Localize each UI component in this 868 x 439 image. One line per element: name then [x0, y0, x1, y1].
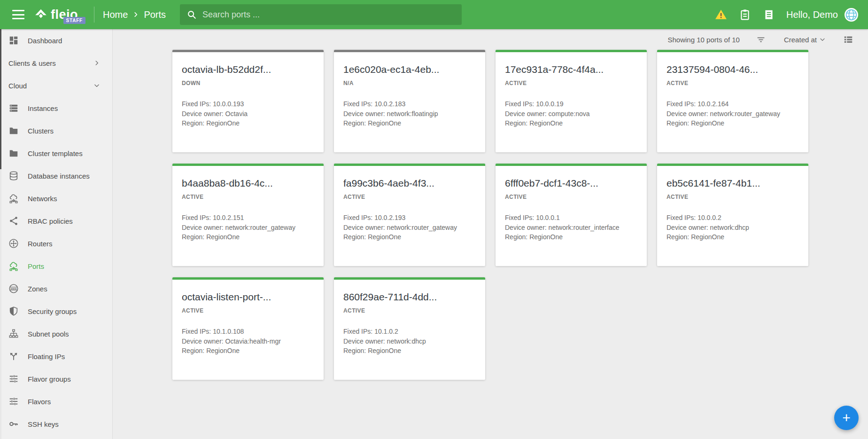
port-card[interactable]: 23137594-0804-46... ACTIVE Fixed IPs: 10…	[657, 50, 808, 152]
card-status-accent	[172, 164, 324, 166]
sidebar-item-label: Zones	[28, 285, 47, 293]
sidebar-item-rbac-policies[interactable]: RBAC policies	[0, 210, 112, 232]
tune-icon	[8, 396, 19, 407]
port-status: ACTIVE	[182, 194, 314, 200]
menu-icon[interactable]	[12, 10, 24, 19]
port-name: b4aa8ba8-db16-4c...	[182, 178, 314, 189]
sidebar-item-label: Clients & users	[8, 59, 56, 67]
port-fixed-ips: Fixed IPs: 10.0.0.193	[182, 99, 314, 109]
sidebar-item-label: Cloud	[8, 82, 27, 90]
port-card[interactable]: 6fff0eb7-dcf1-43c8-... ACTIVE Fixed IPs:…	[496, 164, 647, 266]
search-input[interactable]	[202, 10, 455, 20]
sidebar-item-flavors[interactable]: Flavors	[0, 390, 112, 413]
sidebar-item-label: Routers	[28, 240, 53, 248]
port-status: N/A	[343, 80, 476, 86]
port-status: ACTIVE	[666, 194, 799, 200]
cloud-network-icon	[8, 193, 19, 204]
user-greeting[interactable]: Hello, Demo	[786, 9, 838, 20]
sidebar-item-instances[interactable]: Instances	[0, 97, 112, 119]
sidebar-item-dashboard[interactable]: Dashboard	[0, 29, 112, 52]
port-region: Region: RegionOne	[505, 118, 637, 128]
port-fixed-ips: Fixed IPs: 10.1.0.2	[343, 327, 476, 337]
staff-badge: STAFF	[63, 17, 85, 24]
port-fixed-ips: Fixed IPs: 10.0.2.164	[666, 99, 799, 109]
port-device-owner: Device owner: network:router_gateway	[666, 109, 799, 119]
port-fixed-ips: Fixed IPs: 10.1.0.108	[182, 327, 314, 337]
key-icon	[8, 419, 19, 429]
port-name: 23137594-0804-46...	[666, 64, 799, 75]
port-fixed-ips: Fixed IPs: 10.0.0.1	[505, 213, 637, 223]
sidebar-group-clients-users[interactable]: Clients & users	[0, 52, 112, 74]
sidebar-item-label: Dashboard	[28, 37, 62, 45]
port-card[interactable]: 860f29ae-711d-4dd... ACTIVE Fixed IPs: 1…	[334, 277, 485, 380]
port-name: 860f29ae-711d-4dd...	[343, 291, 476, 303]
sidebar-group-cloud[interactable]: Cloud	[0, 74, 112, 97]
port-details: Fixed IPs: 10.0.2.151 Device owner: netw…	[182, 213, 314, 242]
port-name: 17ec931a-778c-4f4a...	[505, 64, 637, 75]
clipboard-icon[interactable]	[739, 8, 751, 21]
sidebar-item-flavor-groups[interactable]: Flavor groups	[0, 368, 112, 390]
port-status: ACTIVE	[505, 80, 637, 86]
fleio-logo[interactable]: fleio STAFF	[34, 8, 78, 22]
sidebar-scrollbar-thumb[interactable]	[0, 29, 1, 169]
breadcrumb-home[interactable]: Home	[103, 9, 128, 20]
sidebar-item-networks[interactable]: Networks	[0, 187, 112, 210]
sidebar-item-ports[interactable]: Ports	[0, 255, 112, 277]
database-icon	[8, 171, 19, 181]
port-status: ACTIVE	[182, 307, 314, 314]
sidebar-item-label: Ports	[28, 262, 44, 270]
port-details: Fixed IPs: 10.0.0.2 Device owner: networ…	[666, 213, 799, 242]
sidebar-item-ssh-keys[interactable]: SSH keys	[0, 413, 112, 435]
port-fixed-ips: Fixed IPs: 10.0.0.19	[505, 99, 637, 109]
sidebar-item-label: Cluster templates	[28, 149, 83, 157]
filter-icon[interactable]	[756, 34, 766, 45]
branch-arrows-icon	[8, 351, 19, 361]
user-avatar[interactable]	[845, 8, 858, 22]
port-region: Region: RegionOne	[343, 232, 476, 242]
card-status-accent	[172, 50, 324, 52]
port-device-owner: Device owner: Octavia	[182, 109, 314, 119]
breadcrumb-current[interactable]: Ports	[144, 9, 166, 20]
search-icon	[186, 9, 197, 20]
showing-count: Showing 10 ports of 10	[668, 36, 740, 44]
port-name: 1e6c020a-ec1a-4eb...	[343, 64, 476, 75]
server-icon	[8, 103, 19, 113]
sidebar-item-label: Database instances	[28, 172, 90, 180]
sidebar-item-label: Subnet pools	[28, 330, 69, 338]
dashboard-icon	[8, 35, 19, 46]
shield-icon	[8, 306, 19, 316]
receipt-icon[interactable]	[763, 8, 775, 21]
sidebar-item-label: SSH keys	[28, 420, 59, 428]
sidebar-item-subnet-pools[interactable]: Subnet pools	[0, 322, 112, 345]
warning-icon[interactable]	[715, 8, 727, 21]
router-icon	[8, 238, 19, 249]
card-status-accent	[496, 50, 647, 52]
port-region: Region: RegionOne	[666, 118, 799, 128]
port-details: Fixed IPs: 10.1.0.108 Device owner: Octa…	[182, 327, 314, 356]
card-status-accent	[496, 164, 647, 166]
port-card[interactable]: 17ec931a-778c-4f4a... ACTIVE Fixed IPs: …	[496, 50, 647, 152]
sidebar-item-clusters[interactable]: Clusters	[0, 119, 112, 142]
port-device-owner: Device owner: compute:nova	[505, 109, 637, 119]
port-details: Fixed IPs: 10.0.0.193 Device owner: Octa…	[182, 99, 314, 128]
port-card[interactable]: octavia-listen-port-... ACTIVE Fixed IPs…	[172, 277, 324, 380]
port-fixed-ips: Fixed IPs: 10.0.2.151	[182, 213, 314, 223]
sidebar-item-zones[interactable]: www Zones	[0, 277, 112, 300]
sidebar-item-database-instances[interactable]: Database instances	[0, 165, 112, 187]
www-globe-icon: www	[8, 283, 19, 294]
sidebar-item-floating-ips[interactable]: Floating IPs	[0, 345, 112, 368]
sort-dropdown[interactable]: Created at	[784, 36, 826, 44]
port-card[interactable]: 1e6c020a-ec1a-4eb... N/A Fixed IPs: 10.0…	[334, 50, 485, 152]
port-card[interactable]: eb5c6141-fe87-4b1... ACTIVE Fixed IPs: 1…	[657, 164, 808, 266]
port-card[interactable]: b4aa8ba8-db16-4c... ACTIVE Fixed IPs: 10…	[172, 164, 324, 266]
sidebar-item-cluster-templates[interactable]: Cluster templates	[0, 142, 112, 165]
sidebar-item-routers[interactable]: Routers	[0, 232, 112, 255]
list-view-icon[interactable]	[843, 34, 853, 45]
create-port-button[interactable]: +	[834, 406, 859, 430]
port-status: ACTIVE	[343, 307, 476, 314]
sidebar-item-label: RBAC policies	[28, 217, 73, 225]
port-card[interactable]: fa99c3b6-4aeb-4f3... ACTIVE Fixed IPs: 1…	[334, 164, 485, 266]
sidebar-item-security-groups[interactable]: Security groups	[0, 300, 112, 322]
port-card[interactable]: octavia-lb-b52dd2f... DOWN Fixed IPs: 10…	[172, 50, 324, 152]
sidebar-item-label: Clusters	[28, 127, 54, 135]
